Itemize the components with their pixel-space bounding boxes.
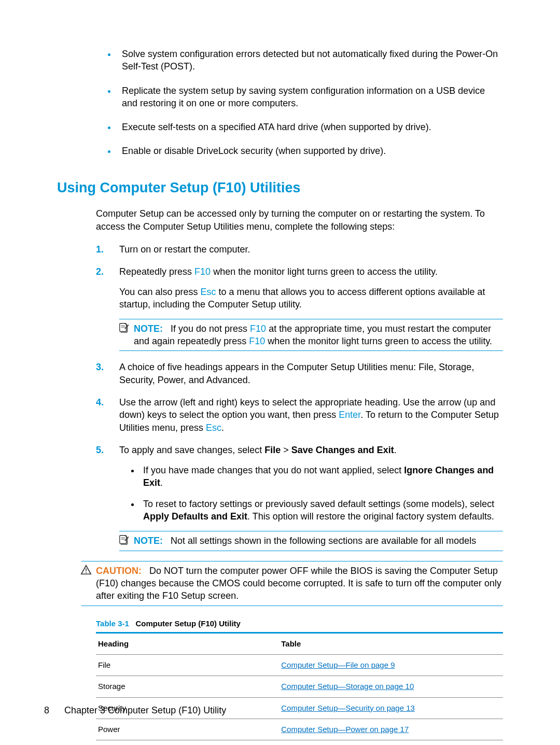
page-number: 8	[44, 705, 49, 715]
note-icon	[118, 322, 130, 333]
text-fragment: If you do not press	[171, 324, 250, 334]
table-row: Power Computer Setup—Power on page 17	[96, 719, 503, 740]
text-fragment: Not all settings shown in the following …	[171, 536, 476, 546]
note-label: NOTE:	[134, 324, 163, 334]
table-cell-heading: File	[96, 655, 279, 676]
feature-bullet-list: Solve system configuration errors detect…	[96, 48, 503, 158]
step-text: A choice of five headings appears in the…	[119, 361, 503, 386]
text-fragment: .	[221, 423, 224, 433]
step-item: Turn on or restart the computer.	[96, 243, 503, 256]
table-cell-heading: Power	[96, 719, 279, 740]
table-row: Advanced Computer Setup—Advanced on page…	[96, 740, 503, 745]
sub-bullet-list: If you have made changes that you do not…	[119, 464, 503, 523]
key-name: Esc	[206, 423, 221, 433]
page-footer: 8 Chapter 3 Computer Setup (F10) Utility	[44, 704, 226, 716]
section-heading: Using Computer Setup (F10) Utilities	[57, 178, 503, 197]
step-item: A choice of five headings appears in the…	[96, 361, 503, 386]
step-text: Turn on or restart the computer.	[119, 243, 503, 256]
document-page: Solve system configuration errors detect…	[0, 0, 560, 745]
feature-bullet: Solve system configuration errors detect…	[117, 48, 503, 73]
chapter-title: Chapter 3 Computer Setup (F10) Utility	[64, 705, 226, 715]
caution-label: CAUTION:	[96, 566, 142, 576]
table-header-table: Table	[279, 632, 503, 654]
step-text: Repeatedly press F10 when the monitor li…	[119, 265, 503, 278]
text-fragment: when the monitor light turns green to ac…	[265, 336, 492, 346]
table-link[interactable]: Computer Setup—File on page 9	[281, 660, 395, 669]
key-name: F10	[249, 336, 265, 346]
text-fragment: Do NOT turn the computer power OFF while…	[96, 566, 501, 601]
note-label: NOTE:	[134, 536, 163, 546]
steps-list: Turn on or restart the computer. Repeate…	[96, 243, 503, 551]
table-caption-title: Computer Setup (F10) Utility	[135, 619, 241, 628]
content-body: Solve system configuration errors detect…	[96, 48, 503, 745]
note-box: NOTE: Not all settings shown in the foll…	[119, 531, 503, 551]
table-link[interactable]: Computer Setup—Storage on page 10	[281, 682, 414, 691]
text-fragment: You can also press	[119, 287, 200, 297]
svg-point-7	[86, 572, 87, 573]
bold-text: File	[264, 445, 281, 455]
feature-bullet: Execute self-tests on a specified ATA ha…	[117, 121, 503, 133]
text-fragment: If you have made changes that you do not…	[143, 465, 404, 475]
step-item: Use the arrow (left and right) keys to s…	[96, 396, 503, 434]
table-header-heading: Heading	[96, 632, 279, 654]
note-box: NOTE: If you do not press F10 at the app…	[119, 319, 503, 352]
table-row: File Computer Setup—File on page 9	[96, 655, 503, 676]
feature-bullet: Enable or disable DriveLock security (wh…	[117, 145, 503, 157]
step-text: Use the arrow (left and right) keys to s…	[119, 396, 503, 434]
sub-bullet: If you have made changes that you do not…	[140, 464, 503, 489]
text-fragment: Repeatedly press	[119, 266, 194, 277]
text-fragment: To reset to factory settings or previous…	[143, 499, 494, 509]
caution-box: CAUTION: Do NOT turn the computer power …	[81, 561, 503, 606]
svg-rect-3	[120, 536, 127, 544]
caution-icon	[80, 564, 92, 575]
key-name: F10	[194, 266, 211, 277]
setup-table: Heading Table File Computer Setup—File o…	[96, 632, 503, 745]
feature-bullet: Replicate the system setup by saving sys…	[117, 85, 503, 110]
key-name: Enter	[339, 410, 360, 420]
table-cell-heading: Advanced	[96, 740, 279, 745]
table-row: Storage Computer Setup—Storage on page 1…	[96, 676, 503, 697]
key-name: Esc	[200, 287, 216, 297]
note-icon	[118, 534, 130, 545]
step-text: You can also press Esc to a menu that al…	[119, 286, 503, 311]
table-caption: Table 3-1 Computer Setup (F10) Utility	[96, 619, 503, 629]
step-item: To apply and save changes, select File >…	[96, 444, 503, 551]
bold-text: Apply Defaults and Exit	[143, 511, 247, 522]
table-caption-label: Table 3-1	[96, 619, 129, 628]
text-fragment: when the monitor light turns green to ac…	[211, 266, 438, 277]
text-fragment: To apply and save changes, select	[119, 445, 264, 455]
text-fragment: >	[281, 445, 291, 455]
text-fragment: .	[394, 445, 397, 455]
table-link[interactable]: Computer Setup—Power on page 17	[281, 725, 409, 734]
intro-paragraph: Computer Setup can be accessed only by t…	[96, 207, 503, 233]
table-header-row: Heading Table	[96, 632, 503, 654]
step-item: Repeatedly press F10 when the monitor li…	[96, 265, 503, 351]
key-name: F10	[250, 324, 266, 334]
sub-bullet: To reset to factory settings or previous…	[140, 498, 503, 523]
table-link[interactable]: Computer Setup—Security on page 13	[281, 704, 415, 712]
bold-text: Save Changes and Exit	[291, 445, 394, 455]
table-cell-heading: Storage	[96, 676, 279, 697]
step-text: To apply and save changes, select File >…	[119, 444, 503, 456]
text-fragment: . This option will restore the original …	[247, 511, 494, 522]
text-fragment: .	[160, 477, 163, 488]
